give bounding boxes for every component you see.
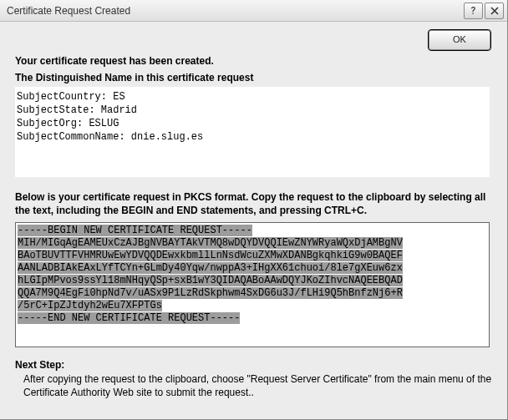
pkcs-line: hLGIpMPvos9ssYl18mNHqyQSp+sxB1wY3QIDAQAB… <box>18 275 403 286</box>
dialog-window: Certificate Request Created OK Your cert… <box>0 0 508 420</box>
help-button[interactable] <box>464 3 483 19</box>
close-button[interactable] <box>485 3 504 19</box>
pkcs-line: MIH/MIGqAgEAMEUxCzAJBgNVBAYTAkVTMQ8wDQYD… <box>18 237 403 249</box>
dn-text-area[interactable]: SubjectCountry: ES SubjectState: Madrid … <box>15 87 490 177</box>
ok-button[interactable]: OK <box>429 30 490 50</box>
dn-line: SubjectOrg: ESLUG <box>17 118 119 129</box>
pkcs-line: BAoTBUVTTFVHMRUwEwYDVQQDEwxkbmllLnNsdWcu… <box>18 250 403 261</box>
next-step-text: After copying the request to the clipboa… <box>23 372 492 399</box>
dn-heading: The Distinguished Name in this certifica… <box>15 72 492 83</box>
title-bar: Certificate Request Created <box>0 0 507 22</box>
pkcs-line: -----END NEW CERTIFICATE REQUEST----- <box>18 312 240 324</box>
dn-line: SubjectState: Madrid <box>17 104 137 116</box>
pkcs-line: /5rC+IpZJtdyh2wEu7XFPTGs <box>18 300 162 311</box>
pkcs-line: AANLADBIAkEAxLYfTCYn+GLmDy40Yqw/nwppA3+I… <box>18 262 403 274</box>
pkcs-line: QQA7M9Q4EgFi0hpNd7v/uASx9P1LzRdSkphwm4Sx… <box>18 287 403 299</box>
next-step-heading: Next Step: <box>15 359 492 371</box>
window-title: Certificate Request Created <box>7 5 462 17</box>
pkcs-line: -----BEGIN NEW CERTIFICATE REQUEST----- <box>18 225 252 236</box>
dn-line: SubjectCountry: ES <box>17 91 125 103</box>
dialog-content: OK Your certificate request has been cre… <box>0 22 507 407</box>
dn-line: SubjectCommonName: dnie.slug.es <box>17 131 203 143</box>
pkcs-text-area[interactable]: -----BEGIN NEW CERTIFICATE REQUEST----- … <box>15 222 490 347</box>
pkcs-instructions: Below is your certificate request in PKC… <box>15 190 492 217</box>
intro-text: Your certificate request has been create… <box>15 55 492 67</box>
